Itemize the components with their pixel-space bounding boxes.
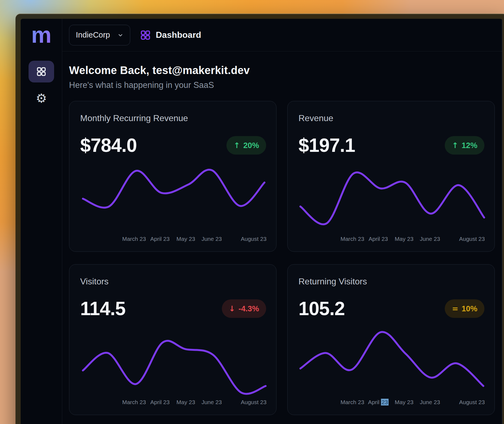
desktop-wallpaper: { "sidebar": { "logo": "m" }, "topbar": … [0, 0, 504, 424]
axis-tick: August 23 [241, 236, 267, 242]
card-title: Monthly Recurring Revenue [80, 113, 188, 123]
axis-tick: May 23 [395, 236, 413, 242]
axis-tick: April 23 [150, 236, 170, 242]
selected-text: 23 [381, 399, 388, 405]
chevron-down-icon [117, 32, 123, 38]
axis-tick: August 23 [459, 399, 485, 405]
sidebar-item-dashboard[interactable] [29, 61, 54, 82]
trend-badge: ↓ -4.3% [222, 299, 266, 318]
x-axis: March 23April 23May 23June 23August 23 [69, 399, 276, 407]
trend-up-icon: ↑ [234, 141, 240, 150]
line-chart [69, 166, 276, 234]
chart-line [300, 332, 483, 386]
axis-tick: April 23 [369, 236, 388, 242]
org-switcher-button[interactable]: IndieCorp [69, 25, 130, 45]
x-axis: March 23April 23May 23June 23August 23 [288, 236, 494, 244]
axis-tick: March 23 [122, 236, 146, 242]
chart-line [300, 172, 484, 224]
trend-change: 20% [243, 141, 259, 150]
chart-line [83, 341, 266, 394]
app-window-content: m ⚙ IndieCorp [21, 19, 502, 424]
stat-card-visitors: Visitors 114.5 ↓ -4.3% March 23April 23M… [69, 264, 276, 415]
axis-tick: March 23 [122, 399, 146, 405]
x-axis: March 23April 23May 23June 23August 23 [288, 399, 494, 407]
axis-tick: May 23 [176, 399, 195, 405]
gear-icon: ⚙ [36, 92, 47, 105]
axis-tick: August 23 [459, 236, 485, 242]
metric-value: 114.5 [80, 298, 125, 319]
stat-card-returning-visitors: Returning Visitors 105.2 = 10% March 23A… [287, 264, 495, 415]
trend-badge: ↑ 20% [226, 136, 266, 155]
chart-line [83, 170, 265, 208]
axis-tick: April 23 [150, 399, 170, 405]
stat-card-mrr: Monthly Recurring Revenue $784.0 ↑ 20% M… [69, 101, 276, 252]
axis-tick: June 23 [201, 399, 222, 405]
trend-change: 10% [462, 304, 477, 313]
app-logo: m [31, 26, 52, 44]
axis-tick: June 23 [420, 399, 440, 405]
stat-card-revenue: Revenue $197.1 ↑ 12% March 23April 23May… [287, 101, 495, 252]
line-chart [69, 329, 276, 397]
welcome-heading: Welcome Back, test@makerkit.dev [69, 64, 502, 76]
trend-badge: = 10% [445, 299, 484, 318]
trend-flat-icon: = [452, 304, 458, 313]
axis-tick: May 23 [395, 399, 413, 405]
stats-grid: Monthly Recurring Revenue $784.0 ↑ 20% M… [69, 101, 502, 415]
axis-tick: May 23 [176, 236, 195, 242]
dashboard-grid-icon [36, 66, 46, 77]
metric-value: $197.1 [298, 134, 355, 156]
trend-change: -4.3% [238, 304, 259, 313]
org-name: IndieCorp [76, 30, 110, 39]
card-title: Revenue [298, 113, 333, 123]
dashboard-grid-icon [140, 30, 151, 41]
main-area: IndieCorp Dashboard Welcome Bac [62, 19, 502, 424]
axis-tick: June 23 [420, 236, 440, 242]
axis-tick: March 23 [340, 399, 364, 405]
trend-down-icon: ↓ [229, 304, 235, 313]
axis-tick: August 23 [241, 399, 267, 405]
welcome-subtitle: Here's what is happening in your SaaS [69, 80, 502, 90]
value-row: 114.5 ↓ -4.3% [80, 295, 266, 322]
trend-change: 12% [462, 141, 477, 150]
app-logo-box: m [31, 19, 52, 51]
axis-tick: March 23 [340, 236, 364, 242]
card-title: Visitors [80, 276, 108, 287]
value-row: $784.0 ↑ 20% [80, 132, 266, 159]
axis-tick: June 23 [201, 236, 222, 242]
trend-badge: ↑ 12% [445, 136, 484, 155]
topbar: IndieCorp Dashboard [62, 19, 502, 51]
sidebar: m ⚙ [21, 19, 62, 424]
app-window: m ⚙ IndieCorp [15, 14, 504, 424]
card-title: Returning Visitors [298, 276, 367, 287]
scrollbar-track[interactable] [502, 19, 502, 424]
metric-value: 105.2 [298, 298, 345, 319]
page-title: Dashboard [156, 30, 201, 40]
value-row: $197.1 ↑ 12% [298, 132, 484, 159]
page-heading: Dashboard [140, 30, 201, 41]
axis-tick: April 23 [368, 399, 388, 405]
metric-value: $784.0 [80, 134, 137, 156]
x-axis: March 23April 23May 23June 23August 23 [69, 236, 276, 244]
line-chart [288, 329, 494, 397]
sidebar-item-settings[interactable]: ⚙ [36, 92, 47, 105]
line-chart [288, 166, 494, 234]
trend-up-icon: ↑ [452, 141, 458, 150]
page-content: Welcome Back, test@makerkit.dev Here's w… [62, 51, 502, 415]
value-row: 105.2 = 10% [298, 295, 484, 322]
